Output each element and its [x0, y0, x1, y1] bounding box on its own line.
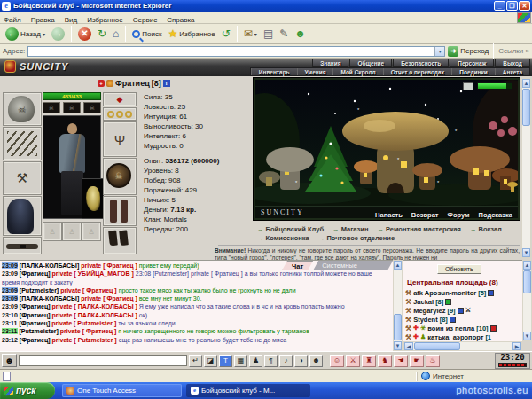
rings-slot[interactable]	[103, 107, 137, 121]
scroll-thumb[interactable]	[522, 89, 530, 126]
scroll-thumb[interactable]	[394, 314, 402, 340]
disk-icon[interactable]: ▦	[234, 355, 247, 367]
player-badge[interactable]	[458, 308, 464, 314]
refresh-button[interactable]: ↻	[96, 27, 108, 41]
tab-chat[interactable]: Чат	[282, 261, 313, 270]
online-v-scrollbar[interactable]: ▲ ▼	[522, 260, 532, 341]
tower-icon[interactable]: ♜	[362, 355, 376, 367]
scroll-down-icon[interactable]: ▼	[522, 248, 530, 257]
walker-icon[interactable]: ♟	[249, 355, 262, 367]
knight-icon[interactable]: ♞	[378, 355, 392, 367]
nav-bottom-5[interactable]: Анкета	[495, 68, 529, 75]
scroll-left-icon[interactable]: ◀	[404, 342, 413, 350]
enter-icon[interactable]: ↵	[189, 355, 202, 367]
links-label[interactable]: Ссылки »	[498, 47, 529, 55]
refresh-button[interactable]: Обновить	[437, 264, 481, 274]
location-link[interactable]: → Вокзал	[470, 225, 502, 233]
close-button[interactable]: ✕	[519, 1, 530, 11]
attack-icon[interactable]: ⚒	[405, 316, 411, 324]
bird-figurine-slot[interactable]	[82, 178, 104, 219]
suncity-logo[interactable]: SUNCITY	[4, 60, 68, 73]
nav-bottom-2[interactable]: Мой Скролл	[332, 68, 382, 75]
history-button[interactable]: ↺	[220, 27, 232, 41]
menu-item-4[interactable]: Сервис	[133, 16, 157, 24]
player-badge[interactable]	[488, 290, 494, 296]
player-row[interactable]: ⚒Stydent[8]	[405, 315, 517, 324]
amulet-slot[interactable]: ◆	[103, 92, 137, 106]
player-badge[interactable]	[445, 299, 451, 305]
nav-bottom-4[interactable]: Поединки	[451, 68, 495, 75]
chat-input[interactable]	[19, 355, 187, 366]
boots-slot[interactable]	[103, 227, 137, 254]
smiley-icon[interactable]: ☺	[330, 355, 344, 367]
search-button[interactable]: Поиск	[130, 29, 163, 39]
claw-slot[interactable]: Ψ	[103, 121, 137, 157]
nav-bottom-1[interactable]: Умения	[297, 68, 333, 75]
nav-top-4[interactable]: Выход	[495, 59, 530, 67]
scene-action-2[interactable]: Форум	[448, 211, 470, 219]
address-input[interactable]	[28, 47, 434, 56]
scroll-up-icon[interactable]: ▲	[522, 79, 530, 88]
hammer-slot[interactable]: ⚒	[3, 161, 42, 195]
player-badge[interactable]	[450, 317, 456, 323]
leggings-slot[interactable]	[103, 196, 137, 226]
tab-system-messages[interactable]: Системные сообщения	[313, 261, 393, 270]
helmet-slot[interactable]: ☠	[3, 92, 42, 126]
filter-text-icon[interactable]: T	[219, 355, 232, 367]
address-field[interactable]: ▾	[27, 46, 445, 57]
player-row[interactable]: ⚒Jackal[8]	[405, 297, 517, 306]
go-button[interactable]: ➜ Переход	[448, 46, 489, 57]
taskbar-task-browser[interactable]: e Бойцовский клуб - М...	[186, 384, 310, 397]
hot-icon[interactable]: ♨	[426, 355, 440, 367]
hand-left-icon[interactable]: ☚	[394, 355, 408, 367]
minimap-button[interactable]	[463, 82, 473, 90]
smiley-picker-button[interactable]: ☻	[2, 354, 17, 367]
cloak-slot[interactable]	[3, 196, 42, 236]
back-button[interactable]: ← Назад ▾	[4, 27, 47, 42]
stop-button[interactable]: ✕	[76, 27, 93, 42]
favorites-button[interactable]: ★ Избранное	[166, 27, 216, 41]
location-link[interactable]: → Магазин	[332, 225, 368, 233]
back-dropdown-icon[interactable]: ▾	[43, 31, 45, 37]
nav-bottom-3[interactable]: Отчет о переводах	[383, 68, 452, 75]
menu-item-3[interactable]: Избранное	[87, 16, 123, 24]
shield-slot[interactable]: ☠	[103, 158, 137, 195]
online-h-scrollbar[interactable]: ◀ ▶	[403, 341, 522, 351]
trophy-slot[interactable]: ♙	[43, 222, 62, 241]
nav-top-0[interactable]: Знания	[312, 59, 348, 67]
scroll-thumb[interactable]	[523, 270, 531, 293]
hand-right-icon[interactable]: ☛	[410, 355, 424, 367]
attack-icon[interactable]: ⚒	[405, 333, 411, 341]
scroll-right-icon[interactable]: ▶	[512, 342, 521, 350]
menu-item-0[interactable]: Файл	[4, 16, 21, 24]
player-row[interactable]: ⚒afk Aposun-monitor[5]	[405, 288, 517, 297]
nav-top-3[interactable]: Персонаж	[450, 59, 494, 67]
clock-icon[interactable]: ◑	[294, 355, 308, 367]
location-link[interactable]: → Почтовое отделение	[318, 234, 395, 242]
chat-scrollbar[interactable]: ▲ ▼	[393, 260, 403, 351]
menu-item-2[interactable]: Вид	[65, 16, 77, 24]
music-icon[interactable]: ♪	[279, 355, 293, 367]
player-row[interactable]: ⚒✚☣воин из пепла[10]	[405, 324, 517, 332]
scene-action-3[interactable]: Подсказка	[479, 211, 512, 219]
battle-log-icon[interactable]: ☠	[43, 102, 60, 113]
edit-button[interactable]: ✎	[278, 27, 290, 41]
taskbar-task-one-touch[interactable]: One Touch Access	[62, 384, 182, 397]
main-scrollbar[interactable]: ▲ ▼	[521, 78, 531, 258]
nav-top-2[interactable]: Безопасность	[393, 59, 449, 67]
trophy-slot[interactable]: ♙	[62, 222, 82, 241]
minimize-button[interactable]: _	[494, 1, 505, 11]
scroll-down-icon[interactable]: ▼	[394, 341, 402, 350]
print-button[interactable]: ▤	[262, 27, 275, 41]
player-row[interactable]: ⚒✚♟катька_аэропорт[1	[405, 332, 517, 341]
battle-log-icon[interactable]: ☠	[63, 102, 81, 113]
character-name[interactable]: Фратиец	[115, 79, 150, 88]
location-link[interactable]: → Бойцовский Клуб	[257, 225, 324, 233]
player-badge[interactable]	[490, 325, 497, 332]
address-dropdown-icon[interactable]: ▾	[434, 47, 444, 56]
menu-item-5[interactable]: Справка	[167, 16, 194, 24]
filter-pl-icon[interactable]: ¶	[264, 355, 278, 367]
location-link[interactable]: → Комиссионка	[257, 234, 309, 242]
scroll-up-icon[interactable]: ▲	[523, 261, 531, 270]
trophy-slot[interactable]: ♙	[82, 222, 101, 241]
